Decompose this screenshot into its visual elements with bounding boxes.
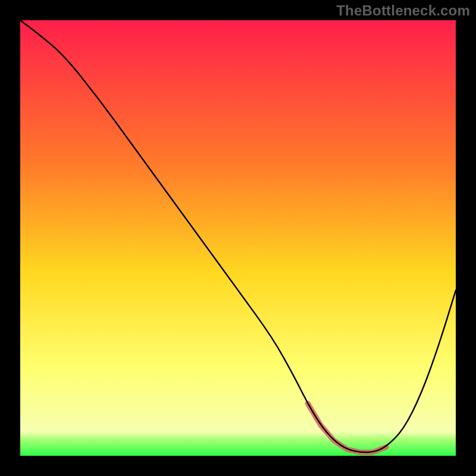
- plot-area: [20, 20, 456, 456]
- watermark-text: TheBottleneck.com: [336, 2, 470, 19]
- gradient-rect: [20, 20, 456, 456]
- chart-frame: TheBottleneck.com: [0, 0, 476, 476]
- bottleneck-chart: [20, 20, 456, 456]
